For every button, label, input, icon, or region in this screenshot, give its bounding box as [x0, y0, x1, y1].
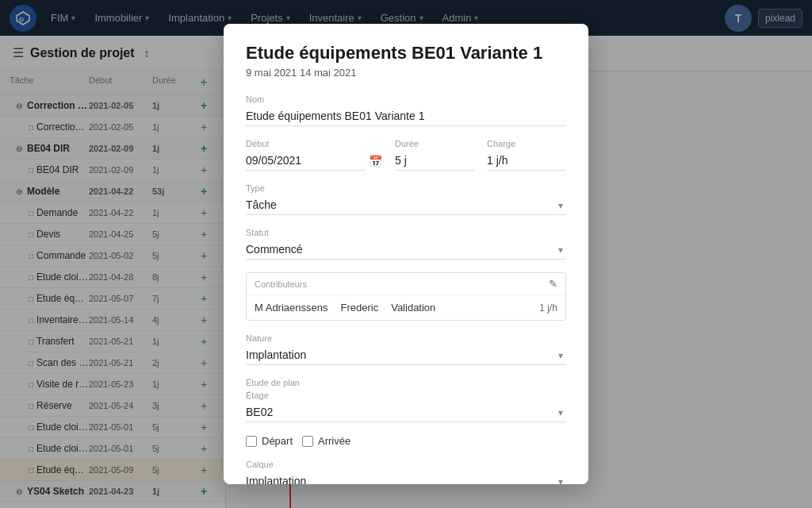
modal-backdrop[interactable]: Etude équipements BE01 Variante 1 9 mai …: [0, 0, 812, 508]
nature-select-wrapper: Implantation: [246, 345, 566, 365]
nom-input[interactable]: [246, 106, 566, 126]
debut-label: Début: [246, 139, 382, 148]
form-col-duree: Durée: [395, 139, 474, 171]
form-field-nature: Nature Implantation: [246, 333, 566, 365]
form-field-nom: Nom: [246, 94, 566, 126]
form-row-dates: Début 📅 Durée Charge: [246, 139, 566, 171]
nom-label: Nom: [246, 94, 566, 104]
contributors-row: M Adriaenssens Frederic Validation 1 j/h: [247, 295, 565, 320]
statut-label: Statut: [246, 228, 566, 237]
arrivee-checkbox[interactable]: [302, 436, 313, 447]
contrib-name2: Frederic: [341, 302, 379, 314]
contrib-name1: M Adriaenssens: [255, 302, 328, 314]
contrib-charge: 1 j/h: [539, 302, 557, 314]
charge-input[interactable]: [487, 151, 566, 171]
calque-select[interactable]: Implantation: [246, 471, 566, 484]
statut-select[interactable]: Commencé: [246, 240, 566, 260]
calque-label: Calque: [246, 460, 566, 469]
statut-select-wrapper: Commencé: [246, 240, 566, 260]
contributors-label: Contributeurs: [255, 279, 307, 289]
depart-checkbox[interactable]: [246, 436, 257, 447]
depart-arrivee-row: Départ Arrivée: [246, 435, 566, 447]
form-field-type: Type Tâche: [246, 183, 566, 215]
type-label: Type: [246, 183, 566, 193]
debut-input[interactable]: [246, 151, 366, 171]
etage-label: Étage: [246, 391, 566, 400]
form-col-charge: Charge: [487, 139, 566, 171]
form-field-etage: Étude de plan Étage BE02: [246, 378, 566, 422]
modal-title: Etude équipements BE01 Variante 1: [246, 43, 566, 64]
form-field-statut: Statut Commencé: [246, 228, 566, 260]
arrivee-checkbox-label[interactable]: Arrivée: [302, 435, 350, 447]
debut-input-wrapper: 📅: [246, 151, 382, 171]
type-select[interactable]: Tâche: [246, 195, 566, 215]
etage-select-wrapper: BE02: [246, 402, 566, 422]
etude-plan-label: Étude de plan: [246, 378, 566, 387]
modal-dialog: Etude équipements BE01 Variante 1 9 mai …: [224, 24, 588, 484]
contributors-edit-icon[interactable]: ✎: [549, 278, 557, 290]
type-select-wrapper: Tâche: [246, 195, 566, 215]
duree-input[interactable]: [395, 151, 474, 171]
contrib-name3: Validation: [391, 302, 435, 314]
depart-checkbox-label[interactable]: Départ: [246, 435, 293, 447]
etage-select[interactable]: BE02: [246, 402, 566, 422]
nature-label: Nature: [246, 333, 566, 343]
modal-dates: 9 mai 2021 14 mai 2021: [246, 67, 566, 79]
contributors-header: Contributeurs ✎: [247, 273, 565, 295]
form-field-calque: Calque Implantation: [246, 460, 566, 484]
calque-select-wrapper: Implantation: [246, 471, 566, 484]
contributors-section: Contributeurs ✎ M Adriaenssens Frederic …: [246, 272, 566, 321]
form-col-debut: Début 📅: [246, 139, 382, 171]
charge-label: Charge: [487, 139, 566, 148]
duree-label: Durée: [395, 139, 474, 148]
arrivee-label: Arrivée: [318, 435, 350, 447]
nature-select[interactable]: Implantation: [246, 345, 566, 365]
depart-label: Départ: [262, 435, 293, 447]
calendar-icon[interactable]: 📅: [369, 155, 382, 167]
